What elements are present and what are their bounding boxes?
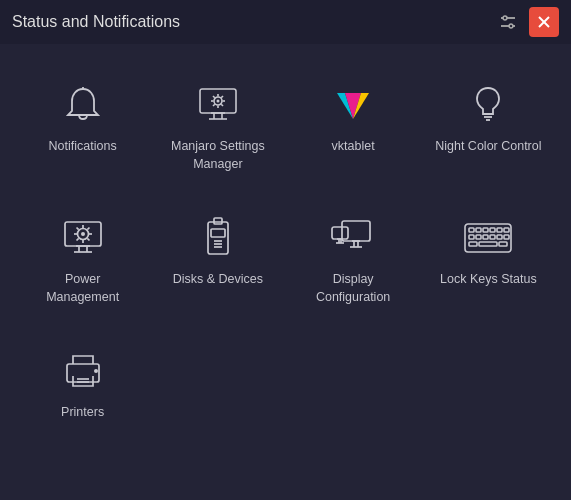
window: Status and Notifications	[0, 0, 571, 500]
svg-line-19	[221, 104, 223, 106]
lock-keys-label: Lock Keys Status	[440, 271, 537, 289]
svg-point-78	[94, 369, 98, 373]
titlebar-buttons	[493, 7, 559, 37]
svg-rect-65	[504, 228, 509, 232]
manjaro-settings-icon	[192, 82, 244, 128]
grid-item-vktablet[interactable]: vktablet	[291, 64, 416, 187]
svg-point-3	[509, 24, 513, 28]
display-configuration-label: Display Configuration	[299, 271, 408, 306]
svg-line-39	[87, 238, 89, 240]
svg-rect-49	[342, 221, 370, 241]
svg-point-13	[216, 100, 219, 103]
svg-line-38	[76, 228, 78, 230]
svg-rect-61	[476, 228, 481, 232]
grid-item-lock-keys-status[interactable]: Lock Keys Status	[426, 197, 551, 320]
grid-item-night-color[interactable]: Night Color Control	[426, 64, 551, 187]
svg-point-2	[503, 16, 507, 20]
app-grid: Notifications	[20, 64, 551, 436]
vktablet-icon	[327, 82, 379, 128]
svg-rect-44	[214, 218, 222, 224]
printers-icon	[57, 348, 109, 394]
svg-rect-63	[490, 228, 495, 232]
night-color-label: Night Color Control	[435, 138, 541, 156]
grid-item-notifications[interactable]: Notifications	[20, 64, 145, 187]
svg-rect-71	[504, 235, 509, 239]
power-management-icon	[57, 215, 109, 261]
svg-line-21	[213, 104, 215, 106]
grid-item-display-configuration[interactable]: Display Configuration	[291, 197, 416, 320]
grid-item-power-management[interactable]: Power Management	[20, 197, 145, 320]
svg-rect-64	[497, 228, 502, 232]
svg-rect-66	[469, 235, 474, 239]
content-area: Notifications	[0, 44, 571, 500]
disks-devices-label: Disks & Devices	[173, 271, 263, 289]
night-color-icon	[462, 82, 514, 128]
settings-icon-button[interactable]	[493, 7, 523, 37]
titlebar: Status and Notifications	[0, 0, 571, 44]
lock-keys-icon	[462, 215, 514, 261]
svg-line-18	[213, 96, 215, 98]
printers-label: Printers	[61, 404, 104, 422]
grid-item-manjaro-settings[interactable]: Manjaro Settings Manager	[155, 64, 280, 187]
svg-line-20	[221, 96, 223, 98]
power-management-label: Power Management	[28, 271, 137, 306]
display-configuration-icon	[327, 215, 379, 261]
svg-rect-43	[208, 222, 228, 254]
svg-line-40	[87, 228, 89, 230]
svg-rect-67	[476, 235, 481, 239]
manjaro-settings-label: Manjaro Settings Manager	[163, 138, 272, 173]
notifications-label: Notifications	[49, 138, 117, 156]
window-title: Status and Notifications	[12, 13, 180, 31]
svg-rect-73	[479, 242, 497, 246]
grid-item-printers[interactable]: Printers	[20, 330, 145, 436]
svg-rect-54	[332, 227, 348, 239]
svg-rect-74	[499, 242, 507, 246]
notifications-icon	[57, 82, 109, 128]
vktablet-label: vktablet	[332, 138, 375, 156]
close-button[interactable]	[529, 7, 559, 37]
grid-item-disks-devices[interactable]: Disks & Devices	[155, 197, 280, 320]
svg-rect-45	[211, 229, 225, 237]
disks-devices-icon	[192, 215, 244, 261]
svg-line-41	[76, 238, 78, 240]
svg-point-42	[81, 232, 85, 236]
svg-rect-72	[469, 242, 477, 246]
svg-rect-62	[483, 228, 488, 232]
svg-rect-68	[483, 235, 488, 239]
svg-rect-69	[490, 235, 495, 239]
svg-rect-70	[497, 235, 502, 239]
svg-rect-60	[469, 228, 474, 232]
